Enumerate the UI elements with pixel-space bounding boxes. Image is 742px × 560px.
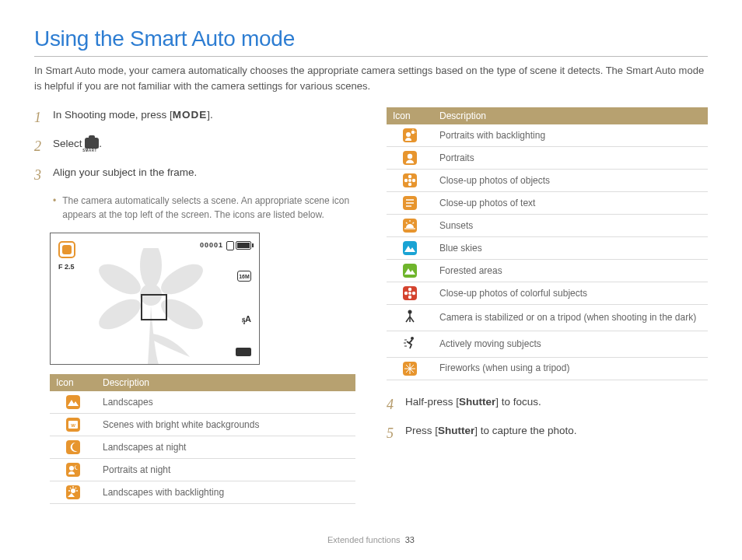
- svg-point-19: [408, 154, 412, 159]
- icon-cell: [387, 282, 433, 305]
- step-3-sub-bullet: • The camera automatically selects a sce…: [53, 194, 355, 222]
- mountain-icon: [403, 241, 417, 255]
- desc-cell: Actively moving subjects: [433, 331, 708, 357]
- svg-point-23: [404, 179, 408, 182]
- fireworks-icon: [403, 362, 417, 376]
- battery-icon: [236, 241, 251, 250]
- desc-cell: Landscapes at night: [96, 436, 355, 459]
- svg-point-24: [412, 179, 415, 182]
- table-row: Close-up photos of colorful subjects: [387, 282, 708, 305]
- svg-point-54: [409, 367, 411, 369]
- step-5: 5 Press [Shutter] to capture the photo.: [387, 423, 708, 444]
- desc-cell: Portraits with backlighting: [433, 124, 708, 147]
- table-row: Landscapes with backlighting: [50, 481, 355, 504]
- backlight-icon: [66, 485, 80, 499]
- svg-point-18: [406, 132, 411, 137]
- icon-cell: [387, 331, 433, 357]
- icon-cell: [387, 305, 433, 331]
- white-icon: W: [66, 418, 80, 432]
- desc-cell: Close-up photos of text: [433, 192, 708, 215]
- table-row: Landscapes at night: [50, 436, 355, 459]
- card-icon: [226, 241, 234, 250]
- text-icon: [403, 196, 417, 210]
- svg-line-13: [70, 488, 71, 488]
- intro-paragraph: In Smart Auto mode, your camera automati…: [34, 63, 708, 93]
- table-row: Fireworks (when using a tripod): [387, 357, 708, 380]
- svg-point-33: [408, 288, 411, 291]
- th-desc: Description: [433, 107, 708, 124]
- step-text: Half-press [Shutter] to focus.: [405, 394, 708, 415]
- desc-cell: Close-up photos of objects: [433, 170, 708, 192]
- svg-point-36: [412, 292, 415, 295]
- step-4: 4 Half-press [Shutter] to focus.: [387, 394, 708, 415]
- icon-cell: W: [50, 414, 96, 436]
- desc-cell: Close-up photos of colorful subjects: [433, 282, 708, 305]
- step-number: 5: [387, 423, 397, 444]
- desc-cell: Camera is stabilized or on a tripod (whe…: [433, 305, 708, 331]
- desc-cell: Portraits at night: [96, 459, 355, 481]
- step-number: 2: [34, 136, 45, 157]
- th-desc: Description: [96, 374, 355, 391]
- svg-point-22: [408, 183, 411, 186]
- table-row: Close-up photos of text: [387, 192, 708, 215]
- shot-counter: 00001: [200, 241, 223, 249]
- table-row: Close-up photos of objects: [387, 170, 708, 192]
- desc-cell: Forested areas: [433, 260, 708, 282]
- table-row: Sunsets: [387, 215, 708, 237]
- desc-cell: Landscapes with backlighting: [96, 481, 355, 504]
- table-row: Landscapes: [50, 391, 355, 414]
- title-underline: [34, 56, 708, 57]
- svg-point-20: [408, 179, 411, 182]
- tripod-icon: [403, 309, 417, 323]
- step-text: In Shooting mode, press [MODE].: [53, 107, 355, 128]
- svg-line-30: [406, 222, 408, 224]
- icon-cell: [387, 215, 433, 237]
- svg-point-8: [69, 466, 74, 471]
- step-2: 2 Select .: [34, 136, 355, 157]
- table-row: Blue skies: [387, 237, 708, 260]
- svg-line-14: [75, 488, 76, 488]
- icon-cell: [50, 436, 96, 459]
- desc-cell: Blue skies: [433, 237, 708, 260]
- status-bar-icon: [236, 348, 251, 356]
- icon-cell: [387, 357, 433, 380]
- scene-detect-icon: [58, 241, 75, 258]
- step-3: 3 Align your subject in the frame.: [34, 165, 355, 186]
- step-text: Align your subject in the frame.: [53, 165, 355, 186]
- step-text: Press [Shutter] to capture the photo.: [405, 423, 708, 444]
- th-icon: Icon: [50, 374, 96, 391]
- flower-icon: [403, 173, 417, 187]
- desc-cell: Scenes with bright white backgrounds: [96, 414, 355, 436]
- motion-icon: [403, 335, 417, 349]
- icon-cell: [50, 391, 96, 414]
- table-row: Portraits at night: [50, 459, 355, 481]
- svg-point-5: [94, 258, 145, 300]
- page-footer: Extended functions 33: [0, 535, 742, 544]
- th-icon: Icon: [387, 107, 433, 124]
- icon-table-1: Icon Description LandscapesWScenes with …: [50, 374, 355, 504]
- icon-table-2: Icon Description Portraits with backligh…: [387, 107, 708, 380]
- left-column: 1 In Shooting mode, press [MODE]. 2 Sele…: [34, 107, 355, 518]
- svg-text:W: W: [71, 423, 75, 428]
- desc-cell: Sunsets: [433, 215, 708, 237]
- svg-point-9: [71, 488, 75, 493]
- desc-cell: Fireworks (when using a tripod): [433, 357, 708, 380]
- table-row: Portraits: [387, 147, 708, 170]
- mountain-icon: [403, 264, 417, 278]
- mountain-icon: [66, 395, 80, 409]
- smart-auto-icon: [85, 138, 99, 149]
- table-row: Actively moving subjects: [387, 331, 708, 357]
- right-column: Icon Description Portraits with backligh…: [387, 107, 708, 518]
- resolution-icon: 16M: [237, 271, 251, 282]
- moon-icon: [66, 440, 80, 454]
- sunset-icon: [403, 219, 417, 233]
- bullet-dot: •: [53, 194, 56, 222]
- table-row: Portraits with backlighting: [387, 124, 708, 147]
- table-row: WScenes with bright white backgrounds: [50, 414, 355, 436]
- svg-point-37: [408, 310, 412, 314]
- svg-line-31: [413, 222, 415, 224]
- icon-cell: [50, 459, 96, 481]
- focus-square: [141, 294, 167, 320]
- svg-point-34: [408, 296, 411, 299]
- svg-point-15: [411, 131, 415, 134]
